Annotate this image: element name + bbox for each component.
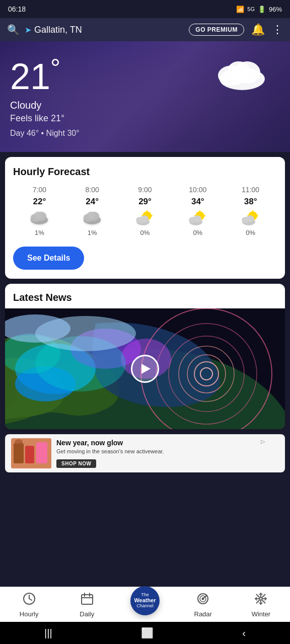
calendar-icon [81,592,94,608]
hourly-precip-4: 0% [193,229,202,236]
see-details-button[interactable]: See Details [13,247,84,270]
temp-separator: • [41,129,44,137]
more-options-icon[interactable]: ⋮ [272,23,283,36]
hourly-item-1: 7:00 22° 1% [13,186,66,236]
hourly-temp-4: 34° [191,197,204,207]
nav-winter-label: Winter [252,610,271,618]
hourly-time-5: 11:00 [242,186,259,194]
hourly-icon-2 [82,210,102,226]
ad-indicator: ▷ [261,438,265,445]
status-time: 06:18 [8,5,26,13]
hourly-icon-3 [135,210,155,226]
nav-item-daily[interactable]: Daily [58,592,116,618]
svg-point-7 [34,212,42,219]
nav-item-winter[interactable]: Winter [232,592,290,618]
notification-bell-icon[interactable]: 🔔 [251,23,265,36]
nav-center-top: The [141,593,149,598]
android-recent-apps-button[interactable]: ||| [32,623,64,643]
svg-point-11 [87,212,95,219]
nav-center-bottom: Channel [136,604,154,609]
signal-icon: 5G [247,6,255,12]
svg-point-35 [246,215,254,222]
news-video-player[interactable] [5,308,285,429]
nav-item-radar[interactable]: Radar [174,592,232,618]
hourly-icon-4 [188,210,208,226]
location-text: Gallatin, TN [34,25,82,35]
svg-point-27 [193,215,201,222]
degree-symbol: ° [50,54,60,82]
day-temp: Day 46° [10,129,39,137]
latest-news-card: Latest News [5,284,285,429]
hourly-time-2: 8:00 [86,186,99,194]
weather-hero: 21° Cloudy Feels like 21° Day 46° • Nigh… [0,41,290,152]
hourly-temp-1: 22° [33,197,46,207]
hourly-forecast-card: Hourly Forecast 7:00 22° 1% 8:00 24° [5,157,285,279]
wifi-icon: 📶 [236,6,244,13]
status-bar: 06:18 📶 5G 🔋 96% [0,0,290,18]
search-icon[interactable]: 🔍 [7,24,20,36]
hourly-precip-5: 0% [246,229,255,236]
hourly-temp-2: 24° [86,197,99,207]
ad-content: New year, now glow Get moving in the sea… [56,439,279,467]
temperature-value: 21 [10,56,50,97]
battery-level: 96% [269,6,282,13]
android-back-button[interactable]: ‹ [230,623,258,643]
hourly-item-3: 9:00 29° 0% [119,186,172,236]
nav-item-weather-channel[interactable]: The Weather Channel [116,595,174,615]
hourly-grid: 7:00 22° 1% 8:00 24° [13,186,277,236]
android-nav-bar: ||| ⬜ ‹ [0,622,290,644]
hourly-icon-5 [241,210,261,226]
ad-banner: New year, now glow Get moving in the sea… [5,434,285,472]
weather-channel-button[interactable]: The Weather Channel [130,586,160,615]
svg-rect-54 [14,443,24,463]
hourly-icon-1 [29,210,49,226]
svg-point-57 [15,439,23,445]
hourly-item-2: 8:00 24° 1% [66,186,119,236]
hourly-temp-5: 38° [244,197,257,207]
bottom-nav: Hourly Daily The Weather Channel [0,587,290,622]
latest-news-title: Latest News [13,292,277,303]
hourly-precip-2: 1% [88,229,97,236]
nav-radar-label: Radar [194,610,212,618]
hourly-item-4: 10:00 34° 0% [171,186,224,236]
svg-point-19 [140,215,149,222]
ad-shop-button[interactable]: SHOP NOW [56,459,96,468]
night-temp: Night 30° [46,129,80,137]
hourly-time-3: 9:00 [138,186,152,194]
hourly-precip-3: 0% [140,229,150,236]
svg-point-73 [260,598,262,600]
nav-daily-label: Daily [80,610,94,618]
svg-rect-55 [25,446,34,463]
android-home-button[interactable]: ⬜ [129,623,166,643]
hourly-forecast-title: Hourly Forecast [13,166,277,178]
svg-rect-61 [82,595,93,604]
location-display[interactable]: ➤ Gallatin, TN [25,25,184,35]
battery-icon: 🔋 [258,6,266,13]
snowflake-icon [254,592,267,608]
temperature-display: 21° [10,55,280,95]
svg-line-60 [29,599,32,600]
weather-condition: Cloudy [10,100,280,111]
top-nav: 🔍 ➤ Gallatin, TN GO PREMIUM 🔔 ⋮ [0,18,290,41]
ad-subtitle: Get moving in the season's new activewea… [56,448,279,455]
video-play-button[interactable] [131,355,159,383]
hourly-time-1: 7:00 [33,186,46,194]
ad-image [11,438,51,468]
nav-item-hourly[interactable]: Hourly [0,592,58,618]
status-icons: 📶 5G 🔋 96% [236,6,282,13]
clock-icon [23,592,36,608]
svg-rect-56 [36,442,47,463]
hourly-time-4: 10:00 [189,186,206,194]
hourly-precip-1: 1% [35,229,44,236]
hourly-item-5: 11:00 38° 0% [224,186,277,236]
day-night-temps: Day 46° • Night 30° [10,129,280,138]
feels-like: Feels like 21° [10,113,280,124]
hourly-temp-3: 29° [138,197,152,207]
nav-hourly-label: Hourly [20,610,39,618]
news-header: Latest News [5,284,285,308]
nav-center-main: Weather [134,597,156,603]
location-arrow-icon: ➤ [25,25,31,35]
radar-icon [196,592,209,608]
premium-button[interactable]: GO PREMIUM [189,24,244,36]
ad-title: New year, now glow [56,439,279,447]
